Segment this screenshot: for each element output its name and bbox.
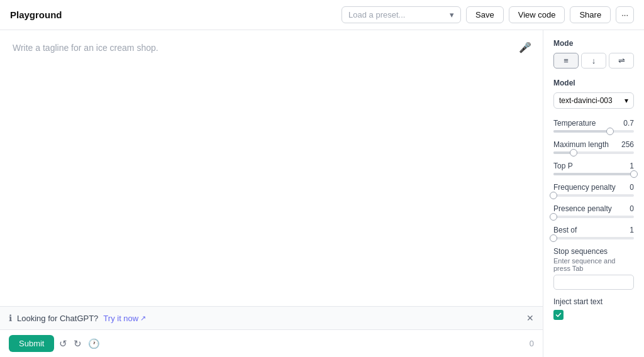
info-message: Looking for ChatGPT? [17, 314, 98, 323]
sidebar: Mode ≡ ↓ ⇌ Model text-davinci-003 ▾ Temp… [543, 30, 644, 357]
stop-sequences-input[interactable] [553, 275, 634, 290]
slider-thumb-best_of[interactable] [550, 234, 557, 242]
main-layout: Write a tagline for an ice cream shop. 🎤… [0, 30, 644, 357]
submit-button[interactable]: Submit [9, 335, 54, 352]
param-value-frequency_penalty: 0 [630, 183, 634, 192]
bottom-icons: ↺ ↻ 🕐 [59, 338, 100, 349]
mode-insert-button[interactable]: ↓ [581, 53, 606, 69]
param-value-max_length: 256 [621, 140, 634, 149]
share-button[interactable]: Share [570, 6, 611, 23]
param-label-frequency_penalty: Frequency penalty [553, 183, 616, 192]
inject-start-text-checkbox[interactable] [553, 310, 564, 320]
header: Playground Load a preset... ▾ Save View … [0, 0, 644, 30]
insert-icon: ↓ [592, 56, 596, 65]
mic-icon[interactable]: 🎤 [519, 41, 531, 53]
complete-icon: ≡ [564, 56, 569, 65]
chevron-down-icon: ▾ [450, 10, 454, 19]
editor-content[interactable]: Write a tagline for an ice cream shop. 🎤 [0, 30, 543, 306]
editor-placeholder: Write a tagline for an ice cream shop. [13, 43, 158, 53]
mode-label: Mode [553, 39, 634, 48]
param-value-presence_penalty: 0 [630, 204, 634, 213]
save-button[interactable]: Save [466, 6, 504, 23]
slider-thumb-presence_penalty[interactable] [550, 213, 557, 221]
preset-dropdown[interactable]: Load a preset... ▾ [341, 6, 461, 23]
try-it-now-link[interactable]: Try it now ↗ [103, 314, 146, 323]
model-dropdown[interactable]: text-davinci-003 ▾ [553, 92, 634, 109]
more-button[interactable]: ··· [616, 6, 634, 23]
header-actions: Load a preset... ▾ Save View code Share … [341, 6, 634, 23]
param-value-best_of: 1 [630, 226, 634, 234]
slider-track-frequency_penalty[interactable] [553, 194, 634, 197]
param-label-max_length: Maximum length [553, 140, 609, 149]
slider-thumb-max_length[interactable] [570, 149, 577, 157]
external-link-icon: ↗ [140, 314, 146, 322]
slider-thumb-frequency_penalty[interactable] [550, 192, 557, 199]
history-icon[interactable]: 🕐 [88, 338, 100, 349]
view-code-button[interactable]: View code [509, 6, 565, 23]
edit-icon: ⇌ [618, 56, 625, 65]
slider-thumb-top_p[interactable] [630, 170, 638, 178]
params-container: Temperature0.7Maximum length256Top P1Fre… [553, 119, 634, 239]
editor-area: Write a tagline for an ice cream shop. 🎤… [0, 30, 543, 357]
model-label: Model [553, 79, 634, 87]
info-bar-close-button[interactable]: ✕ [526, 313, 534, 323]
slider-track-max_length[interactable] [553, 151, 634, 154]
stop-sequences-label: Stop sequences [553, 247, 608, 256]
param-label-temperature: Temperature [553, 119, 596, 128]
bottom-toolbar: Submit ↺ ↻ 🕐 0 [0, 329, 543, 357]
checkmark-icon [555, 312, 562, 318]
inject-start-text-label: Inject start text [553, 297, 634, 306]
stop-sequences-sublabel: Enter sequence and press Tab [553, 257, 634, 272]
token-count: 0 [530, 339, 534, 348]
param-label-best_of: Best of [553, 226, 577, 234]
param-frequency_penalty: Frequency penalty0 [553, 183, 634, 197]
info-icon: ℹ [9, 313, 12, 323]
preset-placeholder: Load a preset... [348, 10, 405, 19]
param-label-presence_penalty: Presence penalty [553, 204, 612, 213]
page-title: Playground [10, 9, 62, 20]
redo-icon[interactable]: ↻ [74, 338, 82, 349]
param-value-top_p: 1 [630, 162, 634, 170]
param-presence_penalty: Presence penalty0 [553, 204, 634, 218]
mode-edit-button[interactable]: ⇌ [609, 53, 634, 69]
slider-track-presence_penalty[interactable] [553, 216, 634, 218]
slider-thumb-temperature[interactable] [606, 128, 614, 135]
slider-track-best_of[interactable] [553, 237, 634, 239]
param-best_of: Best of1 [553, 226, 634, 239]
param-max_length: Maximum length256 [553, 140, 634, 154]
model-chevron-icon: ▾ [625, 96, 628, 105]
param-top_p: Top P1 [553, 162, 634, 175]
param-temperature: Temperature0.7 [553, 119, 634, 133]
undo-icon[interactable]: ↺ [59, 338, 67, 349]
mode-buttons: ≡ ↓ ⇌ [553, 53, 634, 69]
slider-track-temperature[interactable] [553, 130, 634, 133]
model-value: text-davinci-003 [559, 96, 613, 105]
slider-track-top_p[interactable] [553, 173, 634, 175]
param-value-temperature: 0.7 [623, 119, 634, 128]
info-bar: ℹ Looking for ChatGPT? Try it now ↗ ✕ [0, 306, 543, 329]
mode-complete-button[interactable]: ≡ [553, 53, 579, 69]
param-label-top_p: Top P [553, 162, 573, 170]
